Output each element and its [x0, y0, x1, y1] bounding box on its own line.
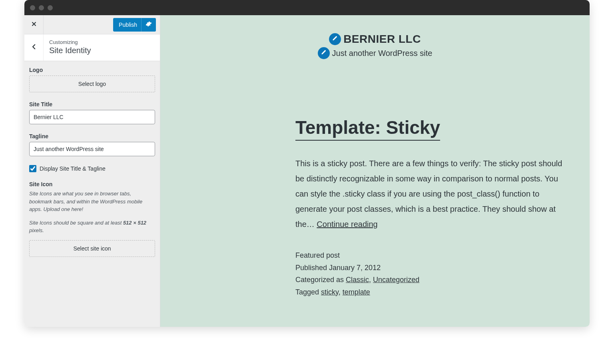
- site-tagline-row: Just another WordPress site: [318, 47, 433, 59]
- publish-button[interactable]: Publish: [113, 18, 156, 32]
- display-title-tagline-checkbox[interactable]: [29, 165, 36, 172]
- back-button[interactable]: [24, 34, 44, 61]
- controls-area: Logo Select logo Site Title Tagline Disp…: [24, 61, 160, 266]
- site-title-control: Site Title: [29, 101, 155, 124]
- edit-shortcut-title[interactable]: [329, 33, 341, 45]
- meta-featured: Featured post: [295, 249, 570, 262]
- post-title-link[interactable]: Template: Sticky: [295, 117, 440, 141]
- site-header: BERNIER LLC Just another WordPress site: [179, 33, 570, 61]
- post: Template: Sticky This is a sticky post. …: [295, 117, 570, 298]
- traffic-light-zoom[interactable]: [48, 5, 53, 10]
- publish-button-label: Publish: [119, 22, 137, 28]
- meta-published: Published January 7, 2012: [295, 262, 570, 274]
- select-logo-button[interactable]: Select logo: [29, 76, 155, 92]
- gear-icon: [146, 21, 152, 28]
- display-title-tagline-label[interactable]: Display Site Title & Tagline: [40, 165, 106, 172]
- site-icon-desc-2a: Site Icons should be square and at least: [29, 220, 123, 226]
- meta-tagged-prefix: Tagged: [295, 288, 321, 296]
- traffic-light-close[interactable]: [30, 5, 35, 10]
- post-meta: Featured post Published January 7, 2012 …: [295, 249, 570, 298]
- meta-tag-sep: ,: [339, 288, 343, 296]
- chevron-left-icon: [30, 43, 38, 52]
- meta-categorized: Categorized as Classic, Uncategorized: [295, 274, 570, 286]
- meta-tagged: Tagged sticky, template: [295, 286, 570, 298]
- edit-shortcut-tagline[interactable]: [318, 47, 330, 59]
- traffic-light-minimize[interactable]: [39, 5, 44, 10]
- customizer-sidebar: Publish Customizing Site Identity: [24, 15, 160, 327]
- pencil-icon: [321, 50, 327, 57]
- pencil-icon: [332, 36, 338, 43]
- meta-published-date: January 7, 2012: [329, 264, 381, 272]
- post-excerpt-text: This is a sticky post. There are a few t…: [295, 159, 562, 229]
- logo-control: Logo Select logo: [29, 67, 155, 92]
- sidebar-top-bar: Publish: [24, 15, 160, 34]
- logo-label: Logo: [29, 67, 155, 73]
- site-icon-desc-2: Site Icons should be square and at least…: [29, 219, 155, 235]
- tagline-control: Tagline: [29, 133, 155, 156]
- tagline-label: Tagline: [29, 133, 155, 139]
- window-titlebar: [24, 0, 590, 15]
- site-icon-label: Site Icon: [29, 181, 155, 187]
- continue-reading-link[interactable]: Continue reading: [317, 220, 377, 229]
- close-icon: [31, 21, 37, 29]
- meta-categorized-prefix: Categorized as: [295, 276, 346, 284]
- site-icon-desc-1: Site Icons are what you see in browser t…: [29, 190, 155, 213]
- section-header: Customizing Site Identity: [24, 34, 160, 61]
- section-title: Site Identity: [49, 46, 91, 55]
- meta-published-prefix: Published: [295, 264, 329, 272]
- tagline-input[interactable]: [29, 142, 155, 156]
- app-body: Publish Customizing Site Identity: [24, 15, 590, 327]
- site-icon-control: Site Icon Site Icons are what you see in…: [29, 181, 155, 257]
- category-link-uncategorized[interactable]: Uncategorized: [373, 276, 419, 284]
- customizing-label: Customizing: [49, 39, 91, 45]
- site-icon-desc-2c: pixels.: [29, 227, 44, 233]
- site-title-label: Site Title: [29, 101, 155, 107]
- window: Publish Customizing Site Identity: [24, 0, 590, 327]
- site-title-row: BERNIER LLC: [329, 33, 421, 46]
- tag-link-template[interactable]: template: [343, 288, 370, 296]
- site-title-input[interactable]: [29, 110, 155, 124]
- tag-link-sticky[interactable]: sticky: [321, 288, 339, 296]
- close-customizer-button[interactable]: [24, 15, 44, 34]
- site-icon-desc-2b: 512 × 512: [123, 220, 146, 226]
- preview-site-title[interactable]: BERNIER LLC: [343, 33, 421, 46]
- preview-site-tagline: Just another WordPress site: [332, 49, 433, 58]
- category-link-classic[interactable]: Classic: [346, 276, 369, 284]
- section-titles: Customizing Site Identity: [44, 34, 97, 61]
- display-title-tagline-row: Display Site Title & Tagline: [29, 165, 155, 172]
- publish-button-divider: [141, 18, 142, 32]
- meta-cat-sep: ,: [369, 276, 373, 284]
- post-excerpt: This is a sticky post. There are a few t…: [295, 156, 570, 232]
- preview-pane: BERNIER LLC Just another WordPress site …: [160, 15, 590, 327]
- select-site-icon-button[interactable]: Select site icon: [29, 240, 155, 257]
